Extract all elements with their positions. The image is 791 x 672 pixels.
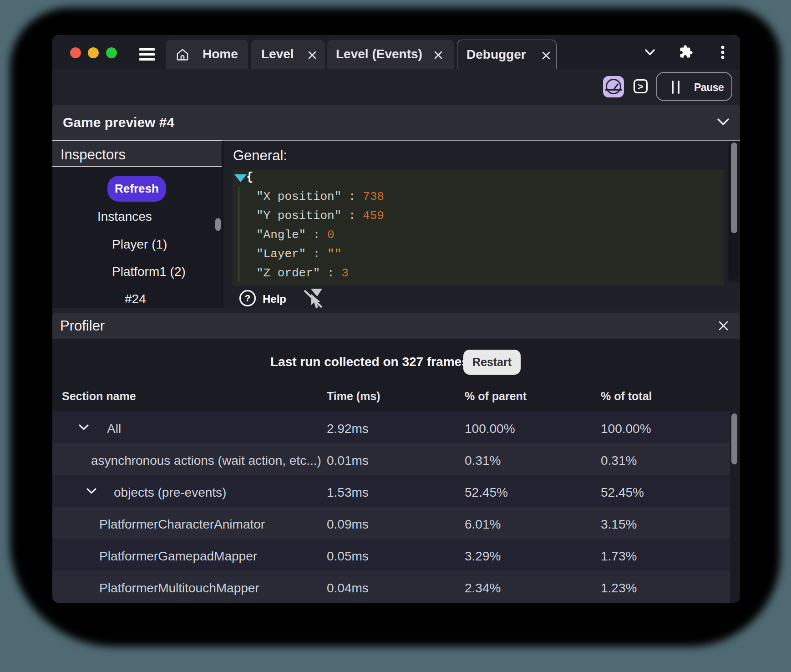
svg-text:?: ? bbox=[245, 293, 251, 303]
